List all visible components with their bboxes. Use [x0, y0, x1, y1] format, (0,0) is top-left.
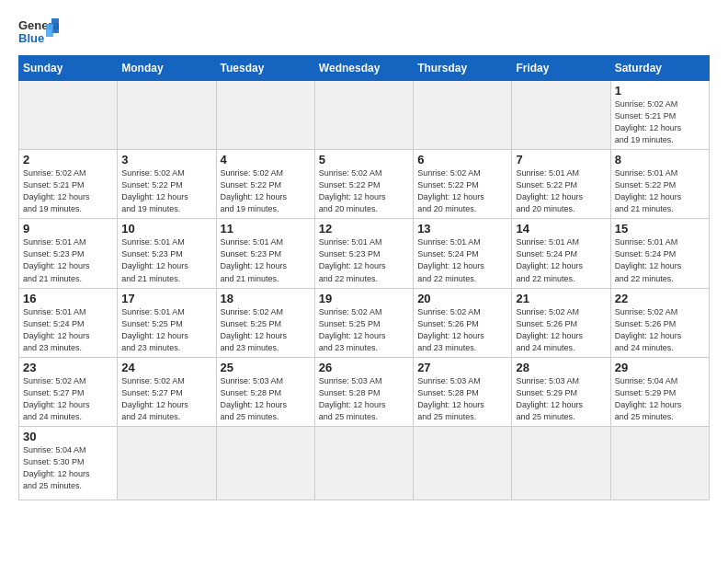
day-number: 2 [23, 153, 113, 167]
day-info: Sunrise: 5:02 AM Sunset: 5:26 PM Dayligh… [417, 306, 507, 354]
day-info: Sunrise: 5:03 AM Sunset: 5:29 PM Dayligh… [516, 375, 606, 423]
calendar-cell [512, 81, 610, 150]
calendar-cell: 6Sunrise: 5:02 AM Sunset: 5:22 PM Daylig… [414, 150, 512, 219]
day-number: 17 [121, 292, 211, 305]
calendar-cell: 5Sunrise: 5:02 AM Sunset: 5:22 PM Daylig… [314, 150, 413, 219]
day-info: Sunrise: 5:02 AM Sunset: 5:27 PM Dayligh… [23, 375, 113, 423]
day-info: Sunrise: 5:01 AM Sunset: 5:23 PM Dayligh… [121, 236, 211, 284]
calendar-cell: 18Sunrise: 5:02 AM Sunset: 5:25 PM Dayli… [216, 288, 314, 357]
calendar-cell: 10Sunrise: 5:01 AM Sunset: 5:23 PM Dayli… [118, 219, 216, 288]
day-info: Sunrise: 5:02 AM Sunset: 5:21 PM Dayligh… [615, 98, 705, 146]
calendar-cell: 12Sunrise: 5:01 AM Sunset: 5:23 PM Dayli… [314, 219, 413, 288]
day-info: Sunrise: 5:02 AM Sunset: 5:22 PM Dayligh… [121, 167, 211, 215]
day-number: 24 [121, 361, 211, 374]
day-number: 20 [417, 292, 507, 305]
day-info: Sunrise: 5:02 AM Sunset: 5:27 PM Dayligh… [121, 375, 211, 423]
calendar-cell: 20Sunrise: 5:02 AM Sunset: 5:26 PM Dayli… [414, 288, 512, 357]
day-number: 29 [615, 361, 705, 374]
calendar-cell: 16Sunrise: 5:01 AM Sunset: 5:24 PM Dayli… [19, 288, 118, 357]
day-info: Sunrise: 5:01 AM Sunset: 5:24 PM Dayligh… [516, 236, 606, 284]
calendar-cell: 19Sunrise: 5:02 AM Sunset: 5:25 PM Dayli… [314, 288, 413, 357]
day-info: Sunrise: 5:02 AM Sunset: 5:25 PM Dayligh… [221, 306, 311, 354]
day-number: 5 [319, 153, 409, 167]
calendar-cell [314, 426, 413, 500]
calendar-cell: 15Sunrise: 5:01 AM Sunset: 5:24 PM Dayli… [610, 219, 709, 288]
day-info: Sunrise: 5:02 AM Sunset: 5:21 PM Dayligh… [23, 167, 113, 215]
day-info: Sunrise: 5:02 AM Sunset: 5:25 PM Dayligh… [319, 306, 409, 354]
weekday-header: SundayMondayTuesdayWednesdayThursdayFrid… [19, 56, 710, 81]
day-info: Sunrise: 5:02 AM Sunset: 5:22 PM Dayligh… [417, 167, 507, 215]
day-info: Sunrise: 5:03 AM Sunset: 5:28 PM Dayligh… [221, 375, 311, 423]
day-number: 26 [319, 361, 409, 374]
calendar-cell: 7Sunrise: 5:01 AM Sunset: 5:22 PM Daylig… [512, 150, 610, 219]
calendar-cell: 23Sunrise: 5:02 AM Sunset: 5:27 PM Dayli… [19, 357, 118, 426]
day-number: 7 [516, 153, 606, 167]
weekday-thursday: Thursday [414, 56, 512, 81]
day-number: 8 [615, 153, 705, 167]
day-number: 16 [23, 292, 113, 305]
calendar-cell: 21Sunrise: 5:02 AM Sunset: 5:26 PM Dayli… [512, 288, 610, 357]
day-number: 11 [221, 222, 311, 236]
calendar-cell: 27Sunrise: 5:03 AM Sunset: 5:28 PM Dayli… [414, 357, 512, 426]
calendar-cell [610, 426, 709, 500]
day-number: 10 [121, 222, 211, 236]
calendar-cell: 29Sunrise: 5:04 AM Sunset: 5:29 PM Dayli… [610, 357, 709, 426]
calendar-cell [19, 81, 118, 150]
calendar-cell [414, 81, 512, 150]
calendar-cell: 3Sunrise: 5:02 AM Sunset: 5:22 PM Daylig… [118, 150, 216, 219]
logo-icon: General Blue [18, 15, 59, 46]
calendar-cell: 11Sunrise: 5:01 AM Sunset: 5:23 PM Dayli… [216, 219, 314, 288]
calendar-cell: 8Sunrise: 5:01 AM Sunset: 5:22 PM Daylig… [610, 150, 709, 219]
calendar-body: 1Sunrise: 5:02 AM Sunset: 5:21 PM Daylig… [19, 81, 710, 500]
calendar-cell [216, 426, 314, 500]
day-number: 4 [221, 153, 311, 167]
weekday-monday: Monday [118, 56, 216, 81]
day-number: 6 [417, 153, 507, 167]
day-number: 21 [516, 292, 606, 305]
calendar-cell [512, 426, 610, 500]
calendar-cell [314, 81, 413, 150]
calendar-cell: 14Sunrise: 5:01 AM Sunset: 5:24 PM Dayli… [512, 219, 610, 288]
logo: General Blue [18, 15, 59, 46]
calendar-table: SundayMondayTuesdayWednesdayThursdayFrid… [18, 55, 710, 500]
svg-text:Blue: Blue [18, 31, 44, 45]
calendar-cell: 24Sunrise: 5:02 AM Sunset: 5:27 PM Dayli… [118, 357, 216, 426]
day-info: Sunrise: 5:01 AM Sunset: 5:22 PM Dayligh… [615, 167, 705, 215]
day-info: Sunrise: 5:03 AM Sunset: 5:28 PM Dayligh… [319, 375, 409, 423]
header: General Blue [18, 15, 710, 46]
day-info: Sunrise: 5:01 AM Sunset: 5:24 PM Dayligh… [23, 306, 113, 354]
calendar-cell: 26Sunrise: 5:03 AM Sunset: 5:28 PM Dayli… [314, 357, 413, 426]
day-info: Sunrise: 5:04 AM Sunset: 5:29 PM Dayligh… [615, 375, 705, 423]
day-info: Sunrise: 5:01 AM Sunset: 5:23 PM Dayligh… [221, 236, 311, 284]
day-number: 15 [615, 222, 705, 236]
weekday-wednesday: Wednesday [314, 56, 413, 81]
day-number: 23 [23, 361, 113, 374]
day-number: 12 [319, 222, 409, 236]
svg-marker-3 [46, 24, 53, 37]
calendar-cell [118, 426, 216, 500]
day-number: 18 [221, 292, 311, 305]
day-info: Sunrise: 5:02 AM Sunset: 5:22 PM Dayligh… [319, 167, 409, 215]
day-info: Sunrise: 5:02 AM Sunset: 5:26 PM Dayligh… [516, 306, 606, 354]
calendar-cell: 25Sunrise: 5:03 AM Sunset: 5:28 PM Dayli… [216, 357, 314, 426]
calendar-cell: 13Sunrise: 5:01 AM Sunset: 5:24 PM Dayli… [414, 219, 512, 288]
day-number: 9 [23, 222, 113, 236]
weekday-sunday: Sunday [19, 56, 118, 81]
weekday-saturday: Saturday [610, 56, 709, 81]
day-info: Sunrise: 5:02 AM Sunset: 5:22 PM Dayligh… [221, 167, 311, 215]
calendar-cell: 30Sunrise: 5:04 AM Sunset: 5:30 PM Dayli… [19, 426, 118, 500]
weekday-friday: Friday [512, 56, 610, 81]
calendar-cell [118, 81, 216, 150]
day-info: Sunrise: 5:02 AM Sunset: 5:26 PM Dayligh… [615, 306, 705, 354]
calendar-cell: 22Sunrise: 5:02 AM Sunset: 5:26 PM Dayli… [610, 288, 709, 357]
day-number: 14 [516, 222, 606, 236]
day-number: 22 [615, 292, 705, 305]
day-number: 28 [516, 361, 606, 374]
calendar-cell [414, 426, 512, 500]
calendar-cell: 28Sunrise: 5:03 AM Sunset: 5:29 PM Dayli… [512, 357, 610, 426]
calendar-cell: 2Sunrise: 5:02 AM Sunset: 5:21 PM Daylig… [19, 150, 118, 219]
day-info: Sunrise: 5:04 AM Sunset: 5:30 PM Dayligh… [23, 444, 113, 492]
day-info: Sunrise: 5:01 AM Sunset: 5:25 PM Dayligh… [121, 306, 211, 354]
day-number: 25 [221, 361, 311, 374]
day-info: Sunrise: 5:03 AM Sunset: 5:28 PM Dayligh… [417, 375, 507, 423]
